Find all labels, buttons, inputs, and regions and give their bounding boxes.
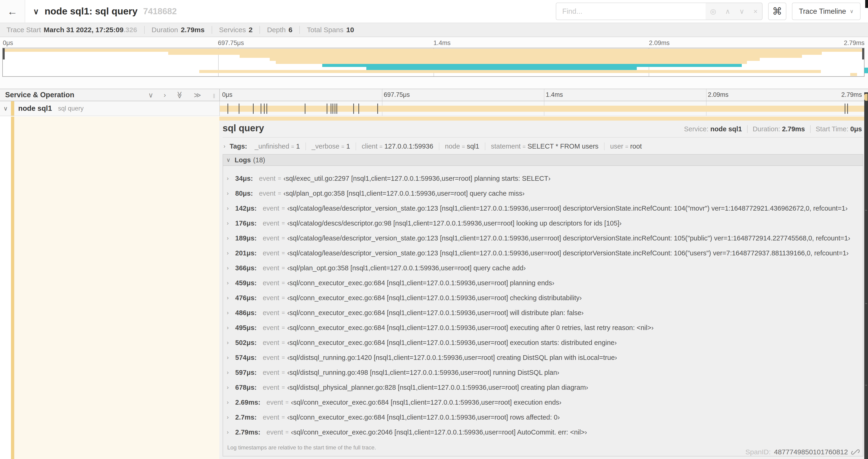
find-next-icon[interactable]: ∨ <box>739 7 744 15</box>
log-entry[interactable]: › 678μs: event = ‹sql/distsql_physical_p… <box>223 380 863 395</box>
find-prev-icon[interactable]: ∧ <box>725 7 730 15</box>
timeline-gridline <box>544 89 545 101</box>
tags-row[interactable]: › Tags: _unfinished=1_verbose=1client=12… <box>223 141 863 151</box>
log-equals: = <box>278 175 281 182</box>
viewport-scrubber-left[interactable] <box>3 48 5 60</box>
log-marker <box>845 104 845 114</box>
log-timestamp: 574μs: <box>235 354 257 362</box>
tag-item: _unfinished=1 <box>249 142 305 150</box>
log-entry[interactable]: › 2.79ms: event = ‹sql/conn_executor_exe… <box>223 425 863 440</box>
log-entry[interactable]: › 189μs: event = ‹sql/catalog/lease/desc… <box>223 231 863 245</box>
stat-label: Total Spans <box>307 26 343 34</box>
logs-section: ∨ Logs (18) › 34μs: event = ‹sql/exec_ut… <box>223 154 863 456</box>
tag-equals: = <box>291 144 294 150</box>
log-entry[interactable]: › 201μs: event = ‹sql/catalog/lease/desc… <box>223 245 863 261</box>
back-button[interactable]: ← <box>0 0 25 23</box>
detail-meta-item: Duration: 2.79ms <box>748 125 811 133</box>
service-color-stripe <box>11 101 14 116</box>
tag-equals: = <box>522 144 525 150</box>
chevron-right-icon: › <box>227 280 235 286</box>
meta-label: Duration: <box>753 125 780 133</box>
tag-key: user <box>610 142 623 150</box>
timeline-tick: 1.4ms <box>546 91 563 98</box>
chevron-right-icon: › <box>227 205 235 211</box>
log-entry[interactable]: › 459μs: event = ‹sql/conn_executor_exec… <box>223 275 863 290</box>
log-timestamp: 201μs: <box>235 249 257 257</box>
log-entry[interactable]: › 486μs: event = ‹sql/conn_executor_exec… <box>223 305 863 320</box>
trace-stats-bar: Trace Start March 31 2022, 17:25:09.326 … <box>0 23 868 37</box>
log-entry[interactable]: › 366μs: event = ‹sql/plan_opt.go:358 [n… <box>223 261 863 275</box>
log-field-name: event <box>263 234 279 242</box>
log-timestamp: 459μs: <box>235 279 257 287</box>
log-entry[interactable]: › 34μs: event = ‹sql/exec_util.go:2297 [… <box>223 171 863 186</box>
view-selector-button[interactable]: Trace Timeline ∨ <box>792 3 861 20</box>
collapse-all-icon[interactable]: ≫ <box>176 91 184 98</box>
log-entry[interactable]: › 2.7ms: event = ‹sql/conn_executor_exec… <box>223 410 863 425</box>
detail-header: sql query Service: node sql1Duration: 2.… <box>223 121 863 133</box>
log-field-name: event <box>263 249 279 257</box>
tag-item: client=127.0.0.1:59936 <box>355 142 439 150</box>
log-field-name: event <box>263 369 279 376</box>
chevron-right-icon: › <box>227 399 235 405</box>
viewport-scrubber-right[interactable] <box>862 48 864 60</box>
expand-one-icon[interactable]: › <box>163 91 166 99</box>
find-controls: ◎ ∧ ∨ × <box>706 3 763 20</box>
span-row-timeline[interactable] <box>219 101 868 116</box>
log-timestamp: 189μs: <box>235 234 257 242</box>
log-value: ‹sql/conn_executor_exec.go:684 [nsql1,cl… <box>287 279 554 287</box>
log-field-name: event <box>259 175 276 183</box>
keyboard-shortcuts-button[interactable]: ⌘ <box>768 3 786 20</box>
link-icon[interactable] <box>851 448 860 456</box>
tag-value: SELECT * FROM users <box>528 142 598 150</box>
logs-header[interactable]: ∨ Logs (18) <box>223 155 863 166</box>
timeline-gridline <box>382 89 382 101</box>
span-duration-bar[interactable] <box>220 106 864 112</box>
log-entry[interactable]: › 142μs: event = ‹sql/catalog/lease/desc… <box>223 201 863 216</box>
log-value: ‹sql/distsql_running.go:1420 [nsql1,clie… <box>287 354 617 362</box>
log-value: ‹sql/conn_executor_exec.go:684 [nsql1,cl… <box>287 309 584 317</box>
log-value: ‹sql/conn_executor_exec.go:684 [nsql1,cl… <box>287 324 654 332</box>
log-entry[interactable]: › 495μs: event = ‹sql/conn_executor_exec… <box>223 320 863 335</box>
chevron-right-icon: › <box>227 250 235 256</box>
log-entry[interactable]: › 176μs: event = ‹sql/catalog/descs/desc… <box>223 216 863 231</box>
trace-collapse-icon[interactable]: ∨ <box>33 7 39 16</box>
log-field-name: event <box>263 414 279 421</box>
collapse-one-icon[interactable]: ∨ <box>148 91 153 99</box>
find-clear-icon[interactable]: × <box>753 7 757 15</box>
log-entry[interactable]: › 2.69ms: event = ‹sql/conn_executor_exe… <box>223 395 863 410</box>
find-target-icon[interactable]: ◎ <box>710 7 716 15</box>
find-input[interactable] <box>556 3 706 20</box>
service-operation-label: Service & Operation <box>5 91 74 99</box>
log-field-name: event <box>267 399 283 406</box>
log-marker <box>377 104 378 114</box>
stat-total-spans: Total Spans 10 <box>300 26 361 34</box>
log-entry[interactable]: › 574μs: event = ‹sql/distsql_running.go… <box>223 350 863 365</box>
log-equals: = <box>282 339 285 346</box>
log-field-name: event <box>263 324 279 332</box>
log-equals: = <box>282 265 285 271</box>
log-entry[interactable]: › 502μs: event = ‹sql/conn_executor_exec… <box>223 335 863 350</box>
minimap-canvas[interactable] <box>2 48 865 77</box>
minimap-tick: 0μs <box>3 39 13 47</box>
detail-divider <box>223 137 863 138</box>
expand-all-icon[interactable]: ≫ <box>194 91 201 99</box>
log-entry[interactable]: › 597μs: event = ‹sql/distsql_running.go… <box>223 365 863 380</box>
span-row[interactable]: ∨ node sql1 sql query <box>0 101 868 116</box>
timeline-header-row: Service & Operation ∨ › ≫ ≫ ‖ 0μs 697.75… <box>0 89 868 101</box>
detail-gutter-fill <box>14 117 219 459</box>
tag-value: root <box>630 142 642 150</box>
log-equals: = <box>285 429 289 435</box>
log-equals: = <box>285 399 289 405</box>
stat-label: Depth <box>267 26 286 34</box>
column-resize-grip[interactable]: ‖ <box>213 93 215 100</box>
minimap-ruler: 0μs 697.75μs 1.4ms 2.09ms 2.79ms <box>2 37 865 46</box>
meta-value: node sql1 <box>710 125 742 133</box>
command-icon: ⌘ <box>772 6 782 17</box>
span-collapse-icon[interactable]: ∨ <box>0 101 11 116</box>
log-entry[interactable]: › 80μs: event = ‹sql/plan_opt.go:358 [ns… <box>223 186 863 201</box>
minimap-span-bar <box>3 49 864 52</box>
logs-list: › 34μs: event = ‹sql/exec_util.go:2297 [… <box>223 166 863 440</box>
log-entry[interactable]: › 476μs: event = ‹sql/conn_executor_exec… <box>223 290 863 305</box>
log-marker <box>305 104 305 114</box>
log-equals: = <box>282 235 285 241</box>
